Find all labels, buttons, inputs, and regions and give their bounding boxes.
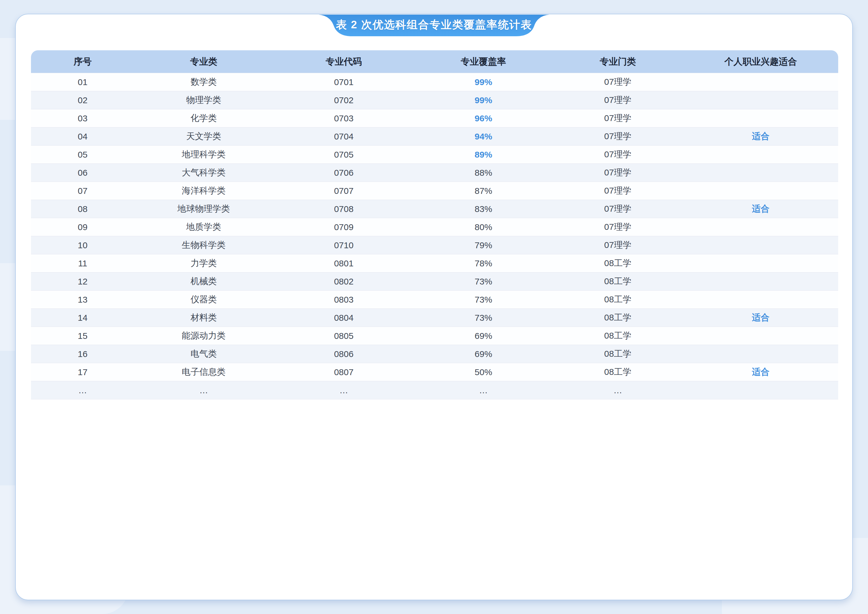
cell-discipline: 07理学 bbox=[552, 203, 683, 215]
cell-code: 0804 bbox=[273, 313, 414, 323]
cell-suitable: 适合 bbox=[683, 203, 838, 215]
table-row: 15能源动力类080569%08工学 bbox=[31, 327, 838, 345]
stats-card: 序号 专业类 专业代码 专业覆盖率 专业门类 个人职业兴趣适合 01数学类070… bbox=[15, 14, 853, 600]
cell-rate: 88% bbox=[414, 168, 552, 178]
cell-category: 海洋科学类 bbox=[135, 185, 273, 197]
cell-category: 电子信息类 bbox=[135, 366, 273, 378]
cell-rate: 89% bbox=[414, 150, 552, 160]
cell-rate: 78% bbox=[414, 258, 552, 268]
cell-index: 09 bbox=[31, 222, 135, 232]
cell-code: 0710 bbox=[273, 240, 414, 250]
cell-code: 0702 bbox=[273, 95, 414, 105]
cell-category: 生物科学类 bbox=[135, 239, 273, 251]
cell-rate: … bbox=[414, 385, 552, 395]
cell-rate: 69% bbox=[414, 349, 552, 359]
cell-index: 10 bbox=[31, 240, 135, 250]
cell-discipline: 07理学 bbox=[552, 239, 683, 251]
cell-index: 04 bbox=[31, 132, 135, 141]
cell-index: 15 bbox=[31, 331, 135, 341]
cell-category: 机械类 bbox=[135, 275, 273, 288]
table-row: 11力学类080178%08工学 bbox=[31, 254, 838, 272]
cell-index: 05 bbox=[31, 150, 135, 160]
table-row: 13仪器类080373%08工学 bbox=[31, 291, 838, 309]
cell-code: 0801 bbox=[273, 258, 414, 268]
cell-code: 0705 bbox=[273, 150, 414, 160]
cell-code: 0708 bbox=[273, 204, 414, 214]
cell-discipline: 07理学 bbox=[552, 112, 683, 124]
cell-discipline: … bbox=[552, 385, 683, 395]
cell-index: 02 bbox=[31, 95, 135, 105]
cell-code: 0805 bbox=[273, 331, 414, 341]
cell-category: 数学类 bbox=[135, 76, 273, 88]
table-row: 01数学类070199%07理学 bbox=[31, 73, 838, 91]
cell-code: 0706 bbox=[273, 168, 414, 178]
table-title: 表 2 次优选科组合专业类覆盖率统计表 bbox=[319, 15, 549, 35]
table-row: …………… bbox=[31, 381, 838, 399]
table-row: 02物理学类070299%07理学 bbox=[31, 91, 838, 109]
cell-category: 仪器类 bbox=[135, 294, 273, 306]
cell-code: 0803 bbox=[273, 295, 414, 305]
column-header-rate: 专业覆盖率 bbox=[414, 56, 552, 68]
cell-code: 0707 bbox=[273, 186, 414, 196]
cell-index: 12 bbox=[31, 277, 135, 286]
cell-category: 大气科学类 bbox=[135, 167, 273, 179]
cell-rate: 69% bbox=[414, 331, 552, 341]
cell-discipline: 08工学 bbox=[552, 366, 683, 378]
table-row: 10生物科学类071079%07理学 bbox=[31, 236, 838, 254]
cell-discipline: 08工学 bbox=[552, 330, 683, 342]
cell-code: 0709 bbox=[273, 222, 414, 232]
cell-rate: 94% bbox=[414, 132, 552, 141]
table-row: 17电子信息类080750%08工学适合 bbox=[31, 363, 838, 381]
cell-index: 16 bbox=[31, 349, 135, 359]
table-row: 06大气科学类070688%07理学 bbox=[31, 164, 838, 182]
table-row: 04天文学类070494%07理学适合 bbox=[31, 127, 838, 146]
cell-suitable: 适合 bbox=[683, 366, 838, 378]
cell-rate: 96% bbox=[414, 113, 552, 123]
cell-index: 03 bbox=[31, 113, 135, 123]
cell-rate: 99% bbox=[414, 95, 552, 105]
cell-code: 0701 bbox=[273, 77, 414, 87]
coverage-table: 序号 专业类 专业代码 专业覆盖率 专业门类 个人职业兴趣适合 01数学类070… bbox=[31, 50, 838, 399]
cell-code: 0806 bbox=[273, 349, 414, 359]
cell-rate: 73% bbox=[414, 313, 552, 323]
table-title-banner: 表 2 次优选科组合专业类覆盖率统计表 bbox=[319, 15, 549, 37]
cell-rate: 99% bbox=[414, 77, 552, 87]
cell-category: 天文学类 bbox=[135, 131, 273, 142]
cell-discipline: 08工学 bbox=[552, 257, 683, 269]
cell-discipline: 07理学 bbox=[552, 185, 683, 197]
cell-discipline: 08工学 bbox=[552, 348, 683, 360]
table-row: 08地球物理学类070883%07理学适合 bbox=[31, 200, 838, 218]
cell-index: 08 bbox=[31, 204, 135, 214]
table-row: 16电气类080669%08工学 bbox=[31, 345, 838, 363]
cell-category: 电气类 bbox=[135, 348, 273, 360]
cell-code: 0704 bbox=[273, 132, 414, 141]
cell-index: 14 bbox=[31, 313, 135, 323]
cell-index: 06 bbox=[31, 168, 135, 178]
cell-rate: 50% bbox=[414, 367, 552, 377]
cell-rate: 83% bbox=[414, 204, 552, 214]
cell-discipline: 07理学 bbox=[552, 149, 683, 160]
column-header-index: 序号 bbox=[31, 56, 135, 68]
cell-discipline: 07理学 bbox=[552, 167, 683, 179]
cell-category: 地球物理学类 bbox=[135, 203, 273, 215]
table-row: 07海洋科学类070787%07理学 bbox=[31, 182, 838, 200]
table-row: 12机械类080273%08工学 bbox=[31, 272, 838, 291]
table-row: 09地质学类070980%07理学 bbox=[31, 218, 838, 236]
cell-code: … bbox=[273, 385, 414, 395]
cell-category: 力学类 bbox=[135, 257, 273, 269]
cell-discipline: 08工学 bbox=[552, 275, 683, 288]
cell-category: 能源动力类 bbox=[135, 330, 273, 342]
cell-index: 01 bbox=[31, 77, 135, 87]
cell-discipline: 07理学 bbox=[552, 76, 683, 88]
cell-discipline: 07理学 bbox=[552, 221, 683, 233]
cell-rate: 73% bbox=[414, 295, 552, 305]
column-header-suitability: 个人职业兴趣适合 bbox=[683, 56, 838, 68]
cell-category: 材料类 bbox=[135, 312, 273, 324]
cell-rate: 80% bbox=[414, 222, 552, 232]
cell-category: 地质学类 bbox=[135, 221, 273, 233]
cell-suitable: 适合 bbox=[683, 312, 838, 324]
cell-index: 13 bbox=[31, 295, 135, 305]
cell-category: 物理学类 bbox=[135, 94, 273, 106]
cell-code: 0802 bbox=[273, 277, 414, 286]
cell-discipline: 08工学 bbox=[552, 294, 683, 306]
